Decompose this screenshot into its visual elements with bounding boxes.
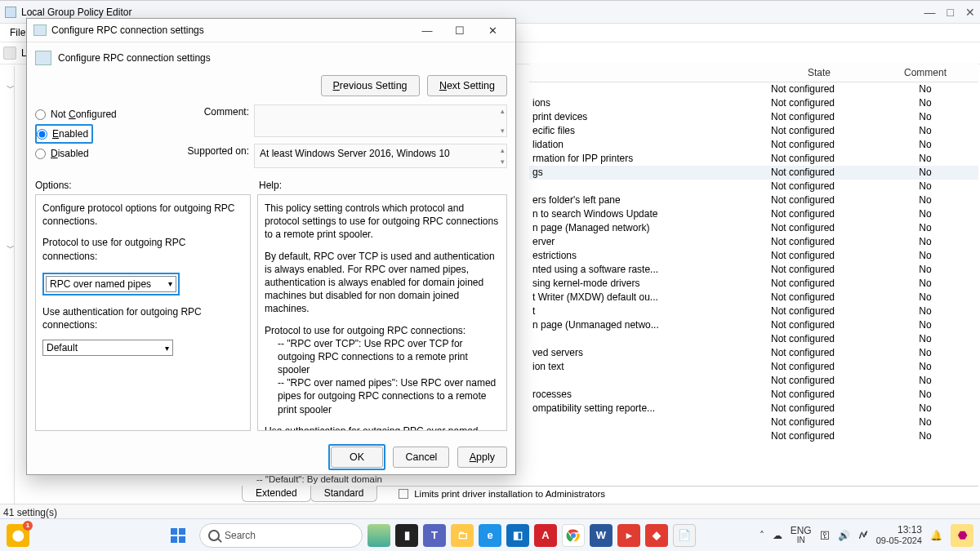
- protocol-select[interactable]: RPC over named pipes ▾: [46, 276, 176, 292]
- settings-row[interactable]: rmation for IPP printersNot configuredNo: [529, 152, 978, 166]
- ok-button[interactable]: OK: [331, 447, 383, 468]
- comment-field[interactable]: ▴▾: [254, 104, 507, 137]
- dialog-title: Configure RPC connection settings: [51, 24, 204, 36]
- settings-row[interactable]: n page (Managed network)Not configuredNo: [529, 221, 978, 235]
- settings-row[interactable]: ionsNot configuredNo: [529, 96, 978, 110]
- gpedit-icon[interactable]: 📄: [673, 524, 696, 547]
- settings-row[interactable]: ecific filesNot configuredNo: [529, 124, 978, 138]
- battery-icon[interactable]: 🗲: [858, 530, 868, 541]
- settings-row[interactable]: lidationNot configuredNo: [529, 138, 978, 152]
- taskbar-icon[interactable]: ◆: [645, 524, 668, 547]
- taskbar-app-icon[interactable]: ⬤: [7, 524, 29, 547]
- radio-not-configured[interactable]: Not Configured: [35, 104, 174, 124]
- dialog-minimize-button[interactable]: —: [411, 19, 443, 42]
- toolbar-icon[interactable]: [3, 47, 16, 60]
- settings-row[interactable]: ers folder's left paneNot configuredNo: [529, 193, 978, 207]
- settings-row[interactable]: rocessesNot configuredNo: [529, 388, 978, 402]
- settings-row[interactable]: gsNot configuredNo: [529, 166, 978, 180]
- taskbar-icon[interactable]: [368, 524, 390, 547]
- tree-expand-icon[interactable]: ﹀: [7, 242, 15, 254]
- settings-row[interactable]: print devicesNot configuredNo: [529, 110, 978, 124]
- file-explorer-icon[interactable]: 🗀: [451, 524, 474, 547]
- auth-select[interactable]: Default ▾: [42, 340, 173, 356]
- main-maximize-button[interactable]: □: [947, 6, 954, 19]
- onedrive-icon[interactable]: ☁: [773, 530, 782, 541]
- main-close-button[interactable]: ✕: [965, 6, 975, 19]
- options-label: Options:: [35, 180, 259, 191]
- protocol-label: Protocol to use for outgoing RPC connect…: [42, 236, 243, 262]
- settings-row[interactable]: Not configuredNo: [529, 82, 978, 96]
- settings-row[interactable]: erverNot configuredNo: [529, 235, 978, 249]
- settings-row[interactable]: nted using a software raste...Not config…: [529, 263, 978, 277]
- taskbar: ⬤ Search ▮ T 🗀 e ◧ A W ▸ ◆ 📄 ˄ ☁ ENG IN …: [0, 518, 980, 551]
- next-setting-button[interactable]: Next Setting: [427, 75, 507, 96]
- lang-indicator[interactable]: ENG: [791, 526, 812, 536]
- options-panel: Configure protocol options for outgoing …: [35, 194, 251, 431]
- search-icon: [208, 530, 220, 541]
- volume-icon[interactable]: 🔊: [838, 530, 850, 541]
- col-state[interactable]: State: [766, 67, 872, 78]
- notifications-icon[interactable]: 🔔: [930, 530, 942, 541]
- taskbar-icon[interactable]: ▮: [395, 524, 418, 547]
- apply-button[interactable]: Apply: [457, 447, 507, 468]
- app-icon: [5, 7, 16, 18]
- chevron-down-icon: ▾: [168, 279, 172, 288]
- teams-icon[interactable]: T: [423, 524, 446, 547]
- start-button[interactable]: [162, 523, 194, 548]
- tree-expand-icon[interactable]: ﹀: [7, 82, 15, 94]
- supported-label: Supported on:: [184, 144, 254, 168]
- dialog-icon: [33, 24, 47, 36]
- settings-row[interactable]: n page (Unmanaged netwo...Not configured…: [529, 318, 978, 332]
- settings-row[interactable]: sing kernel-mode driversNot configuredNo: [529, 277, 978, 291]
- edge-icon[interactable]: e: [479, 524, 501, 547]
- protocol-select-highlight: RPC over named pipes ▾: [42, 273, 180, 295]
- radio-enabled-highlight: Enabled: [35, 124, 93, 144]
- options-intro: Configure protocol options for outgoing …: [42, 202, 243, 228]
- auth-label: Use authentication for outgoing RPC conn…: [42, 305, 243, 331]
- radio-disabled[interactable]: Disabled: [35, 144, 174, 163]
- radio-enabled[interactable]: Enabled: [37, 124, 88, 144]
- cancel-button[interactable]: Cancel: [393, 447, 449, 468]
- policy-icon: [35, 51, 51, 65]
- tab-standard[interactable]: Standard: [310, 486, 378, 502]
- col-comment[interactable]: Comment: [872, 67, 978, 78]
- lang-indicator-sub: IN: [791, 536, 812, 545]
- settings-row[interactable]: ompatibility setting reporte...Not confi…: [529, 402, 978, 415]
- settings-row[interactable]: Not configuredNo: [529, 429, 978, 443]
- ok-button-highlight: OK: [328, 444, 385, 470]
- acrobat-icon[interactable]: A: [534, 524, 557, 547]
- tab-extended[interactable]: Extended: [242, 486, 311, 502]
- help-label: Help:: [259, 180, 282, 191]
- list-header: State Comment: [529, 63, 978, 82]
- word-icon[interactable]: W: [590, 524, 612, 547]
- taskbar-icon[interactable]: ◧: [506, 524, 529, 547]
- settings-row[interactable]: ion textNot configuredNo: [529, 360, 978, 374]
- main-minimize-button[interactable]: —: [924, 6, 936, 19]
- settings-row[interactable]: estrictionsNot configuredNo: [529, 249, 978, 263]
- taskbar-icon[interactable]: ▸: [617, 524, 640, 547]
- taskbar-icon[interactable]: ⬣: [951, 524, 973, 547]
- previous-setting-button[interactable]: Previous Setting: [321, 75, 420, 96]
- taskbar-clock[interactable]: 13:13 09-05-2024: [876, 525, 922, 545]
- dialog-maximize-button[interactable]: ☐: [443, 19, 476, 42]
- settings-row[interactable]: ved serversNot configuredNo: [529, 346, 978, 360]
- settings-row[interactable]: n to search Windows UpdateNot configured…: [529, 207, 978, 221]
- settings-row[interactable]: Not configuredNo: [529, 332, 978, 346]
- tray-chevron-icon[interactable]: ˄: [760, 530, 764, 541]
- settings-row[interactable]: t Writer (MXDW) default ou...Not configu…: [529, 291, 978, 304]
- comment-label: Comment:: [184, 104, 254, 137]
- supported-field: At least Windows Server 2016, Windows 10…: [254, 144, 507, 168]
- dialog-header: Configure RPC connection settings: [58, 52, 211, 64]
- svg-point-1: [571, 533, 576, 538]
- wifi-icon[interactable]: ⚿: [820, 530, 830, 541]
- settings-list[interactable]: Not configuredNoionsNot configuredNoprin…: [529, 82, 978, 479]
- main-title: Local Group Policy Editor: [21, 7, 131, 18]
- taskbar-search[interactable]: Search: [199, 523, 363, 548]
- settings-row[interactable]: Not configuredNo: [529, 180, 978, 193]
- chrome-icon[interactable]: [562, 524, 585, 547]
- settings-row[interactable]: Not configuredNo: [529, 415, 978, 429]
- settings-row[interactable]: tNot configuredNo: [529, 304, 978, 318]
- settings-row[interactable]: Not configuredNo: [529, 374, 978, 388]
- dialog-close-button[interactable]: ✕: [476, 19, 509, 42]
- tree-pane: ﹀ ﹀: [0, 66, 15, 504]
